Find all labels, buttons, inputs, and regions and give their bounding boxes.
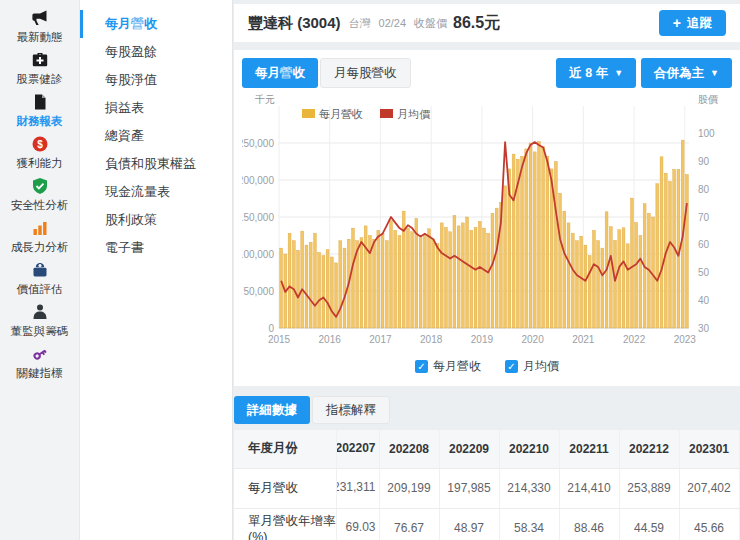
table-corner-header: 年度月份 (234, 430, 336, 468)
table-column-header: 202210 (499, 430, 559, 468)
svg-text:2019: 2019 (471, 334, 494, 345)
revenue-price-chart: 050,000100,000150,000200,000250,00020152… (242, 94, 733, 354)
sidebar-item-label: 安全性分析 (11, 198, 69, 213)
follow-button-label: 追蹤 (687, 15, 712, 32)
submenu-item[interactable]: 總資產 (80, 122, 232, 150)
sidebar-item-scale[interactable]: 價值評估 (0, 258, 79, 300)
sidebar-item-bars[interactable]: 成長力分析 (0, 216, 79, 258)
table-row-label: 單月營收年增率 (%) (234, 508, 336, 540)
table-cell: 76.67 (379, 508, 439, 540)
svg-text:2023: 2023 (674, 334, 697, 345)
svg-text:30: 30 (698, 323, 710, 334)
sidebar-item-person[interactable]: 董監與籌碼 (0, 300, 79, 342)
close-price-label: 收盤價 (414, 16, 447, 31)
table-cell: 44.59 (619, 508, 679, 540)
stock-market: 台灣 (349, 16, 371, 31)
plus-icon: + (673, 16, 681, 30)
icon-sidebar: 最新動態股票健診財務報表$獲利能力安全性分析成長力分析價值評估董監與籌碼關鍵指標 (0, 0, 80, 540)
dollar-icon: $ (31, 135, 49, 153)
chart-range-dropdowns: 近 8 年▼合併為主▼ (556, 58, 732, 88)
report-icon (31, 93, 49, 111)
series-checkbox[interactable]: ✓月均價 (505, 358, 559, 375)
table-row: 單月營收年增率 (%)69.0376.6748.9758.3488.4644.5… (234, 508, 739, 540)
sidebar-item-shield[interactable]: 安全性分析 (0, 174, 79, 216)
sidebar-item-megaphone[interactable]: 最新動態 (0, 6, 79, 48)
financial-report-submenu: 每月營收每股盈餘每股淨值損益表總資產負債和股東權益現金流量表股利政策電子書 (80, 0, 233, 540)
svg-text:250,000: 250,000 (242, 138, 274, 149)
data-table-tabs: 詳細數據指標解釋 (234, 396, 740, 424)
sidebar-item-label: 關鍵指標 (17, 366, 63, 381)
submenu-item[interactable]: 負債和股東權益 (80, 150, 232, 178)
table-cell: 88.46 (559, 508, 619, 540)
svg-text:2022: 2022 (623, 334, 646, 345)
chart-dropdown-button[interactable]: 合併為主▼ (641, 58, 732, 88)
series-checkbox[interactable]: ✓每月營收 (415, 358, 481, 375)
sidebar-item-report[interactable]: 財務報表 (0, 90, 79, 132)
table-column-header: 202212 (619, 430, 679, 468)
shield-icon (31, 177, 49, 195)
table-tab-detail-data[interactable]: 詳細數據 (234, 396, 310, 424)
table-cell: 207,402 (679, 468, 739, 508)
chevron-down-icon: ▼ (710, 68, 719, 78)
svg-text:$: $ (37, 139, 43, 150)
table-cell: 231,311 (336, 468, 379, 508)
submenu-item[interactable]: 損益表 (80, 94, 232, 122)
table-header-row: 年度月份202207202208202209202210202211202212… (234, 430, 739, 468)
series-checkbox-row: ✓每月營收✓月均價 (242, 356, 732, 376)
submenu-item[interactable]: 每股盈餘 (80, 38, 232, 66)
svg-text:2017: 2017 (369, 334, 392, 345)
svg-text:2021: 2021 (572, 334, 595, 345)
checkbox-checked-icon: ✓ (415, 360, 428, 373)
sidebar-item-label: 財務報表 (17, 114, 63, 129)
svg-text:2018: 2018 (420, 334, 443, 345)
stock-title: 豐達科 (3004) (248, 14, 341, 33)
table-cell: 253,889 (619, 468, 679, 508)
stock-header-card: 豐達科 (3004) 台灣 02/24 收盤價 86.5元 + 追蹤 (234, 4, 740, 42)
svg-text:2020: 2020 (521, 334, 544, 345)
sidebar-item-label: 獲利能力 (17, 156, 63, 171)
table-cell: 58.34 (499, 508, 559, 540)
monthly-data-table-card: 年度月份202207202208202209202210202211202212… (234, 430, 740, 540)
sidebar-item-dollar[interactable]: $獲利能力 (0, 132, 79, 174)
key-icon (31, 345, 49, 363)
submenu-item[interactable]: 股利政策 (80, 206, 232, 234)
follow-button[interactable]: + 追蹤 (659, 10, 726, 36)
sidebar-item-medkit[interactable]: 股票健診 (0, 48, 79, 90)
svg-text:100: 100 (698, 128, 715, 139)
svg-text:150,000: 150,000 (242, 212, 274, 223)
table-column-header: 202209 (439, 430, 499, 468)
svg-text:50,000: 50,000 (243, 286, 274, 297)
chart-toggle-button[interactable]: 月每股營收 (320, 58, 411, 88)
close-price-value: 86.5元 (453, 13, 500, 34)
submenu-item[interactable]: 現金流量表 (80, 178, 232, 206)
submenu-item[interactable]: 每月營收 (80, 10, 232, 38)
svg-text:40: 40 (698, 295, 710, 306)
table-column-header: 202207 (336, 430, 379, 468)
table-cell: 209,199 (379, 468, 439, 508)
table-tab-indicator-explain[interactable]: 指標解釋 (312, 396, 390, 424)
sidebar-item-label: 股票健診 (17, 72, 63, 87)
svg-text:2015: 2015 (268, 334, 291, 345)
bars-icon (31, 219, 49, 237)
medkit-icon (31, 51, 49, 69)
chart-dropdown-button[interactable]: 近 8 年▼ (556, 58, 636, 88)
table-row: 每月營收231,311209,199197,985214,330214,4102… (234, 468, 739, 508)
table-column-header: 202211 (559, 430, 619, 468)
svg-text:千元: 千元 (254, 94, 275, 105)
svg-text:50: 50 (698, 267, 710, 278)
table-cell: 197,985 (439, 468, 499, 508)
person-icon (31, 303, 49, 321)
sidebar-item-label: 價值評估 (17, 282, 63, 297)
submenu-item[interactable]: 電子書 (80, 234, 232, 262)
svg-text:2016: 2016 (319, 334, 342, 345)
megaphone-icon (31, 9, 49, 27)
svg-text:0: 0 (268, 323, 274, 334)
svg-text:每月營收: 每月營收 (319, 108, 363, 120)
chevron-down-icon: ▼ (614, 68, 623, 78)
checkbox-checked-icon: ✓ (505, 360, 518, 373)
chart-toggle-button[interactable]: 每月營收 (242, 58, 318, 88)
table-cell: 214,410 (559, 468, 619, 508)
submenu-item[interactable]: 每股淨值 (80, 66, 232, 94)
sidebar-item-key[interactable]: 關鍵指標 (0, 342, 79, 384)
table-row-label: 每月營收 (234, 468, 336, 508)
